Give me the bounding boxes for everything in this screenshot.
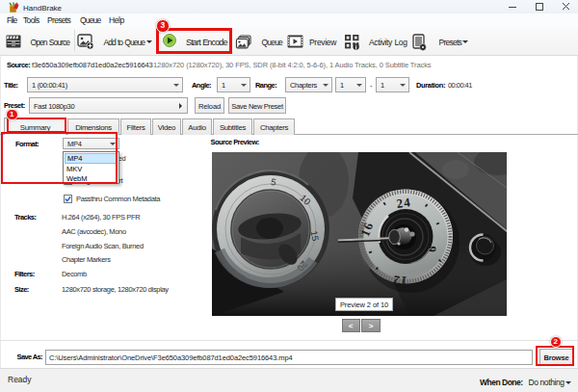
svg-text:24: 24 (396, 195, 412, 211)
svg-text:12: 12 (392, 273, 408, 289)
